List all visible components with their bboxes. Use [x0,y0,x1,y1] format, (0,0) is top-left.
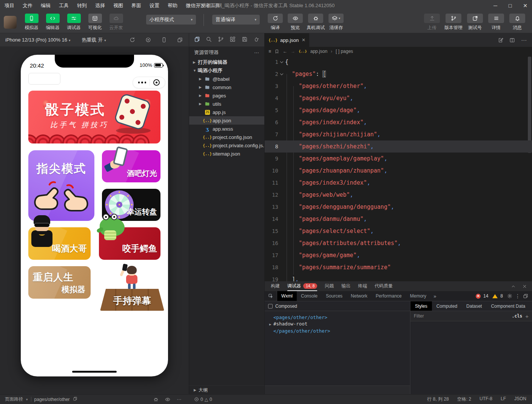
warning-count[interactable]: 8 [500,293,503,299]
status-segment-4[interactable]: JSON [514,396,526,402]
file-@babel[interactable]: ▶@babel [189,75,264,83]
code-line-12[interactable]: 12 "pages/web/web", [265,189,532,201]
maximize-icon[interactable]: □ [509,3,512,9]
code-line-4[interactable]: 4 "pages/eyu/eyu", [265,92,532,104]
outline-section[interactable]: ▶ 大纲 [189,385,264,394]
menu-item-帮助[interactable]: 帮助 [168,2,177,9]
file-project.config.json[interactable]: {..}project.config.json [189,133,264,141]
action-真机调试[interactable]: 真机调试 [307,14,325,31]
file-app.js[interactable]: JSapp.js [189,108,264,116]
back-icon[interactable]: ← [283,49,287,54]
menu-item-项目[interactable]: 项目 [5,2,14,9]
error-count[interactable]: 14 [483,293,488,299]
theme-icon[interactable] [253,36,259,44]
tab-app-json[interactable]: {..} app.json ✕ [265,33,309,47]
files-icon[interactable] [194,36,200,44]
code-line-6[interactable]: 6 "pages/index/index", [265,116,532,128]
cls-button[interactable]: .cls [512,313,523,319]
code-line-8[interactable]: 8 "pages/shezhi/shezhi", [265,140,532,153]
devtools-tab-Memory[interactable]: Memory [406,291,430,301]
tile-restart-life[interactable]: 重启人生 模拟器 [28,266,91,299]
menu-item-编辑[interactable]: 编辑 [41,2,51,9]
record-icon[interactable] [145,37,151,43]
breadcrumb-file[interactable]: app.json [310,49,327,54]
style-tab-Component Data[interactable]: Component Data [486,301,530,311]
code-line-19[interactable]: 19 ], [265,273,532,281]
code-line-18[interactable]: 18 "pages/summarize/summarize" [265,261,532,273]
devtools-tab-Network[interactable]: Network [347,291,372,301]
section-打开的编辑器[interactable]: ▶打开的编辑器 [189,58,264,66]
tile-biting-crocodile[interactable]: 咬手鳄鱼 [99,227,160,260]
menu-item-文件[interactable]: 文件 [23,2,32,9]
status-segment-2[interactable]: UTF-8 [480,396,492,402]
collapse-icon[interactable] [511,284,516,289]
filter-input[interactable] [414,313,509,319]
action-清缓存[interactable]: ▾清缓存 [327,14,345,31]
more-icon[interactable]: ⋯ [521,37,527,43]
devtools-tab-Console[interactable]: Console [297,291,322,301]
toggle-模拟器[interactable]: 模拟器 [23,14,40,31]
mode-dropdown[interactable]: 小程序模式 ▾ [146,15,196,25]
code-line-16[interactable]: 16 "pages/attributes/attributes", [265,237,532,249]
panel-tab-输出[interactable]: 输出 [341,281,350,291]
file-common[interactable]: ▶common [189,83,264,91]
panel-tab-调试器[interactable]: 调试器14, 8 [287,281,317,291]
action-测试号[interactable]: 测试号 [466,14,484,31]
eye-icon[interactable] [165,397,170,402]
compile-dropdown[interactable]: 普通编译 ▾ [212,15,260,25]
tile-fingertip-mode[interactable]: 指尖模式 [28,150,94,221]
toggle-可视化[interactable]: 可视化 [86,14,104,31]
list-icon[interactable]: ≡ [268,49,271,54]
page-path-label[interactable]: 页面路径 [5,396,23,402]
device-selector[interactable]: iPhone 12/13 (Pro) 100% 16▾ [5,37,71,43]
panel-tab-终端[interactable]: 终端 [358,281,367,291]
toggle-云开发[interactable]: 云开发 [107,14,125,31]
file-app.json[interactable]: {..}app.json [189,116,264,125]
page-path-value[interactable]: pages/other/other [34,397,70,402]
action-编译[interactable]: 编译 [267,14,284,31]
code-line-2[interactable]: 2 "pages": [ [265,68,532,80]
forward-icon[interactable]: → [291,49,295,54]
code-line-15[interactable]: 15 "pages/select/select", [265,225,532,237]
file-project.private.config.js...[interactable]: {..}project.private.config.js... [189,141,264,150]
search-icon[interactable] [206,36,212,44]
minimize-icon[interactable]: ─ [493,3,497,9]
fold-icon[interactable] [278,56,285,68]
detach-window-icon[interactable] [177,37,183,43]
action-详情[interactable]: 详情 [487,14,505,31]
chevron-more-icon[interactable]: » [430,293,439,299]
settings-gear-icon[interactable] [507,293,512,299]
wxml-node[interactable]: </pages/other/other> [269,328,410,334]
close-tab-icon[interactable]: ✕ [302,37,305,43]
status-segment-0[interactable]: 行 8, 列 28 [427,396,449,402]
panel-tab-问题[interactable]: 问题 [325,281,334,291]
status-segment-1[interactable]: 空格: 2 [457,396,471,402]
panel-tab-代码质量[interactable]: 代码质量 [375,281,393,291]
banner-dice-mode[interactable]: 骰子模式 比手气 拼技巧 [28,91,160,143]
devtools-tab-Sources[interactable]: Sources [322,291,347,301]
code-line-14[interactable]: 14 "pages/danmu/danmu", [265,213,532,225]
code-line-17[interactable]: 17 "pages/game/game", [265,249,532,261]
panel-tab-构建[interactable]: 构建 [271,281,280,291]
style-tab-Computed[interactable]: Computed [432,301,462,311]
section-喝酒小程序[interactable]: ▼喝酒小程序 [189,66,264,75]
composed-checkbox[interactable] [268,304,273,308]
fold-icon[interactable] [278,68,285,80]
undock-icon[interactable] [523,293,528,299]
home-indicator[interactable] [72,371,117,373]
code-line-7[interactable]: 7 "pages/zhijian/zhijian", [265,128,532,140]
copy-icon[interactable] [73,396,77,402]
menu-item-转到[interactable]: 转到 [77,2,87,9]
code-line-11[interactable]: 11 "pages/index3/index", [265,177,532,189]
action-预览[interactable]: 预览 [287,14,304,31]
kebab-menu-icon[interactable]: ⋮ [515,293,520,299]
tile-drinking-boss[interactable]: 喝酒大哥 [28,227,91,260]
hot-reload-toggle[interactable]: 热重载 开▾ [82,37,106,43]
save-icon[interactable] [242,36,248,44]
menu-item-选择[interactable]: 选择 [95,2,105,9]
more-dots-icon[interactable] [138,82,146,83]
minimize-target-icon[interactable] [153,79,160,86]
code-line-10[interactable]: 10 "pages/zhuanpan/zhuanpan", [265,165,532,177]
add-rule-icon[interactable]: + [525,313,529,319]
tile-handheld-danmaku[interactable]: + ! 手持弹幕 [100,264,164,311]
